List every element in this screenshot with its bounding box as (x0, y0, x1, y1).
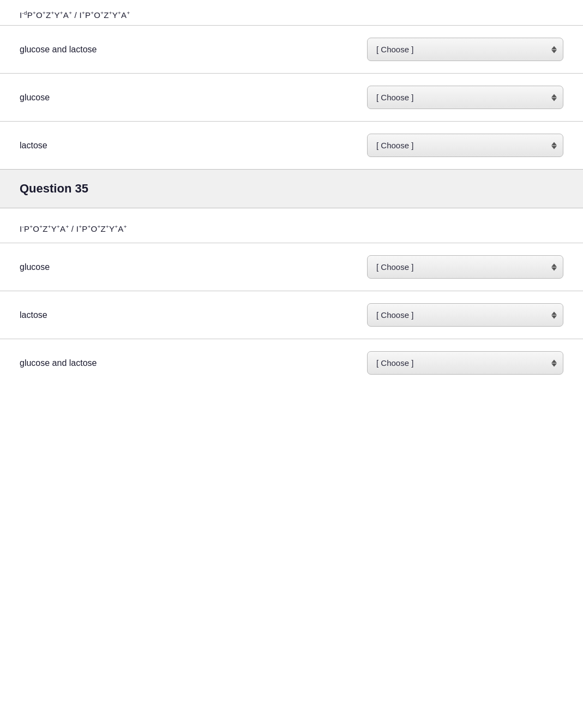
q35-select-glucose-lactose[interactable]: [ Choose ] (367, 351, 563, 375)
q35-select-wrapper-3: [ Choose ] (367, 351, 563, 375)
question35-title: Question 35 (20, 182, 563, 196)
q35-select-lactose[interactable]: [ Choose ] (367, 303, 563, 327)
q35-row-glucose: glucose [ Choose ] (0, 243, 583, 291)
q35-select-container-1: [ Choose ] (367, 255, 563, 279)
q35-select-wrapper-2: [ Choose ] (367, 303, 563, 327)
upper-select-lactose[interactable]: [ Choose ] (367, 134, 563, 157)
upper-select-wrapper-3: [ Choose ] (367, 134, 563, 157)
q35-select-wrapper-1: [ Choose ] (367, 255, 563, 279)
q35-select-container-2: [ Choose ] (367, 303, 563, 327)
upper-select-wrapper-2: [ Choose ] (367, 86, 563, 109)
upper-section: I-dP+O+Z+Y+A+ / I+P+O+Z+Y+A+ glucose and… (0, 0, 583, 169)
q35-label-glucose-lactose: glucose and lactose (20, 358, 367, 368)
upper-select-wrapper-1: [ Choose ] (367, 38, 563, 61)
q35-select-glucose[interactable]: [ Choose ] (367, 255, 563, 279)
question35-formula-text: I-P+O+Z+Y+A+ / I+P+O+Z+Y+A+ (20, 224, 127, 233)
question35-formula: I-P+O+Z+Y+A+ / I+P+O+Z+Y+A+ (0, 208, 583, 243)
q35-label-glucose: glucose (20, 262, 367, 272)
q35-row-lactose: lactose [ Choose ] (0, 291, 583, 339)
q35-row-glucose-lactose: glucose and lactose [ Choose ] (0, 339, 583, 387)
upper-row-lactose: lactose [ Choose ] (0, 122, 583, 169)
upper-formula-row: I-dP+O+Z+Y+A+ / I+P+O+Z+Y+A+ (0, 0, 583, 25)
q35-select-container-3: [ Choose ] (367, 351, 563, 375)
upper-select-container-1: [ Choose ] (367, 38, 563, 61)
question35-block: I-P+O+Z+Y+A+ / I+P+O+Z+Y+A+ glucose [ Ch… (0, 208, 583, 387)
q35-rows-container: glucose [ Choose ] lactose (0, 243, 583, 387)
upper-formula-text: I-dP+O+Z+Y+A+ / I+P+O+Z+Y+A+ (20, 10, 130, 20)
upper-select-glucose[interactable]: [ Choose ] (367, 86, 563, 109)
upper-select-glucose-lactose[interactable]: [ Choose ] (367, 38, 563, 61)
upper-label-glucose: glucose (20, 93, 367, 103)
upper-row-glucose-lactose: glucose and lactose [ Choose ] (0, 26, 583, 74)
upper-rows-container: glucose and lactose [ Choose ] glu (0, 26, 583, 169)
question35-header: Question 35 (0, 169, 583, 208)
page-wrapper: I-dP+O+Z+Y+A+ / I+P+O+Z+Y+A+ glucose and… (0, 0, 583, 728)
q35-label-lactose: lactose (20, 310, 367, 320)
upper-label-lactose: lactose (20, 141, 367, 151)
upper-label-glucose-lactose: glucose and lactose (20, 45, 367, 55)
upper-select-container-3: [ Choose ] (367, 134, 563, 157)
upper-row-glucose: glucose [ Choose ] (0, 74, 583, 122)
upper-select-container-2: [ Choose ] (367, 86, 563, 109)
